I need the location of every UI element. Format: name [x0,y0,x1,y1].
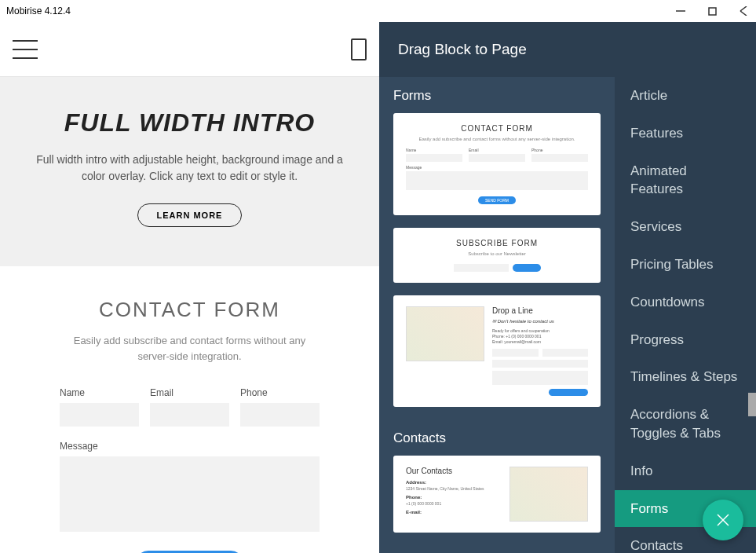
scrollbar-thumb[interactable] [748,393,756,416]
panel-header: Drag Block to Page [379,22,756,77]
svg-line-3 [740,11,747,16]
learn-more-button[interactable]: LEARN MORE [137,203,243,227]
category-services[interactable]: Services [615,208,756,246]
window-controls [674,5,750,17]
close-panel-fab[interactable] [703,500,743,540]
category-animated-features[interactable]: Animated Features [615,152,756,209]
intro-block[interactable]: FULL WIDTH INTRO Full width intro with a… [0,77,379,266]
category-pricing-tables[interactable]: Pricing Tables [615,246,756,284]
svg-rect-1 [709,8,716,15]
block-subscribe-form[interactable]: SUBSCRIBE FORM Subscribe to our Newslett… [393,228,601,283]
message-textarea[interactable] [60,456,320,532]
map-thumbnail [509,467,588,522]
contact-description[interactable]: Easily add subscribe and contact forms w… [60,333,320,364]
contact-title[interactable]: CONTACT FORM [60,298,320,322]
blocks-list[interactable]: Forms CONTACT FORM Easily add subscribe … [379,77,615,553]
name-label: Name [60,387,139,398]
section-forms-label: Forms [393,77,601,113]
category-timelines-steps[interactable]: Timelines & Steps [615,358,756,396]
email-input[interactable] [150,403,229,427]
category-article[interactable]: Article [615,77,756,115]
category-progress[interactable]: Progress [615,321,756,359]
contact-form-block[interactable]: CONTACT FORM Easily add subscribe and co… [0,266,379,553]
minimize-button[interactable] [674,5,687,17]
hamburger-icon[interactable] [13,40,38,59]
message-label: Message [60,441,320,452]
category-info[interactable]: Info [615,452,756,490]
name-input[interactable] [60,403,139,427]
block-contact-form[interactable]: CONTACT FORM Easily add subscribe and co… [393,113,601,215]
close-button[interactable] [737,5,750,17]
section-contacts-label: Contacts [393,419,601,456]
map-thumbnail [406,306,484,361]
block-drop-a-line[interactable]: Drop a Line ✉ Don't hesitate to contact … [393,295,601,407]
intro-title[interactable]: FULL WIDTH INTRO [24,108,356,137]
main-area: FULL WIDTH INTRO Full width intro with a… [0,22,756,553]
category-accordions-toggles-tabs[interactable]: Accordions & Toggles & Tabs [615,396,756,452]
block-our-contacts[interactable]: Our Contacts Address: 1234 Street Name, … [393,456,601,533]
device-preview-icon[interactable] [351,38,367,60]
phone-label: Phone [240,387,320,398]
maximize-button[interactable] [706,5,718,17]
email-label: Email [150,387,229,398]
titlebar: Mobirise 4.12.4 [0,0,756,22]
intro-description[interactable]: Full width intro with adjustable height,… [24,152,356,185]
category-list: ArticleFeaturesAnimated FeaturesServices… [615,77,756,553]
category-features[interactable]: Features [615,115,756,152]
page-canvas: FULL WIDTH INTRO Full width intro with a… [0,22,379,553]
category-countdowns[interactable]: Countdowns [615,284,756,321]
top-toolbar [0,22,379,77]
app-title: Mobirise 4.12.4 [6,5,674,16]
svg-line-2 [740,6,747,11]
blocks-panel: Drag Block to Page Forms CONTACT FORM Ea… [379,22,756,553]
close-icon [715,512,731,528]
phone-input[interactable] [240,403,320,427]
